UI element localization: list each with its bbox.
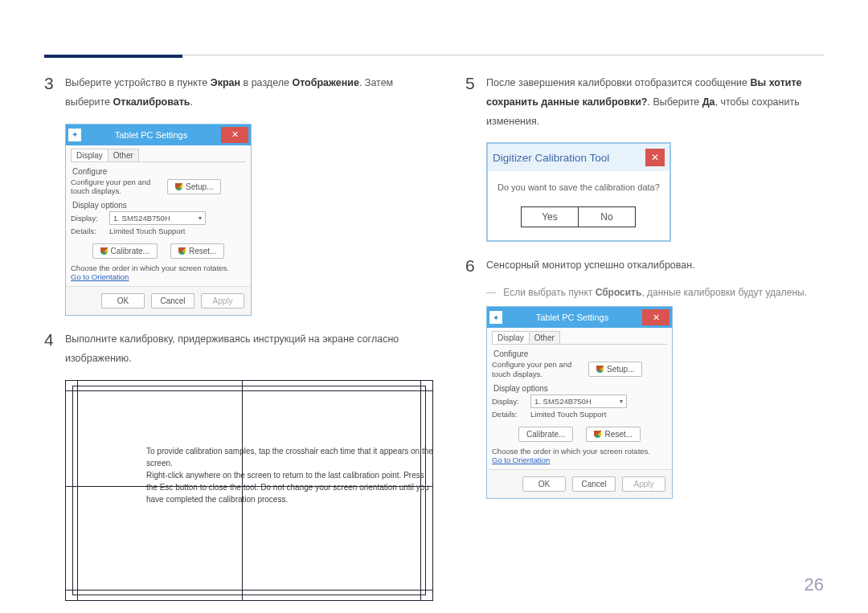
digitizer-dialog: Digitizer Calibration Tool ✕ Do you want… xyxy=(486,142,671,242)
reset-note: Если выбрать пункт Сбросить, данные кали… xyxy=(486,287,824,298)
tabs: Display Other xyxy=(71,149,246,162)
setup-button[interactable]: Setup... xyxy=(167,179,221,194)
calibrate-button[interactable]: Calibrate... xyxy=(518,427,573,442)
reset-button[interactable]: Reset... xyxy=(170,243,224,259)
figure-calibration-screen: To provide calibration samples, tap the … xyxy=(65,380,433,601)
content-columns: 3 Выберите устройство в пункте Экран в р… xyxy=(44,74,824,573)
window-footer: OK Cancel Apply xyxy=(487,469,672,498)
close-icon[interactable]: ✕ xyxy=(221,127,248,143)
calibration-canvas: To provide calibration samples, tap the … xyxy=(65,380,433,601)
tabs: Display Other xyxy=(492,331,667,345)
ok-button[interactable]: OK xyxy=(101,293,145,309)
btn-label: Reset... xyxy=(189,247,216,255)
shield-icon xyxy=(100,247,108,255)
close-icon[interactable]: ✕ xyxy=(645,149,665,166)
select-value: 1. SMS24B750H xyxy=(113,214,170,223)
t: . xyxy=(190,96,193,108)
go-orientation-link[interactable]: Go to Orientation xyxy=(492,456,550,464)
dialog-title: Digitizer Calibration Tool xyxy=(493,152,645,164)
window-title: Tablet PC Settings xyxy=(502,313,642,322)
window-body: Display Other Configure Configure your p… xyxy=(487,328,672,469)
figure-tablet-settings-1: ✦ Tablet PC Settings ✕ Display Other Con… xyxy=(65,124,433,317)
display-select[interactable]: 1. SMS24B750H▾ xyxy=(530,394,627,408)
window-body: Display Other Configure Configure your p… xyxy=(66,145,251,287)
configure-desc: Configure your pen and touch displays. xyxy=(71,178,167,197)
figure-tablet-settings-2: ✦ Tablet PC Settings ✕ Display Other Con… xyxy=(486,306,824,499)
display-options-heading: Display options xyxy=(493,384,667,393)
ok-button[interactable]: OK xyxy=(522,476,566,492)
display-label: Display: xyxy=(492,397,530,406)
tab-display[interactable]: Display xyxy=(492,331,530,344)
grid-line xyxy=(77,381,78,600)
dialog-body: Do you want to save the calibration data… xyxy=(488,171,669,206)
t: Если выбрать пункт xyxy=(503,287,595,298)
btn-label: Calibrate... xyxy=(526,430,565,439)
t: Выберите устройство в пункте xyxy=(65,77,211,88)
step-number: 6 xyxy=(465,256,486,276)
t: , данные калибровки будут удалены. xyxy=(641,287,807,298)
tab-display[interactable]: Display xyxy=(71,149,108,161)
apply-button[interactable]: Apply xyxy=(622,476,665,492)
b: Экран xyxy=(211,77,240,88)
figure-digitizer-dialog: Digitizer Calibration Tool ✕ Do you want… xyxy=(486,142,824,242)
tab-other[interactable]: Other xyxy=(529,331,560,344)
apply-button[interactable]: Apply xyxy=(201,293,244,309)
step-4: 4 Выполните калибровку, придерживаясь ин… xyxy=(44,330,433,369)
t: в разделе xyxy=(240,77,292,88)
cancel-button[interactable]: Cancel xyxy=(572,476,616,492)
reset-button[interactable]: Reset... xyxy=(586,427,640,442)
step-5: 5 После завершения калибровки отобразитс… xyxy=(465,74,824,131)
display-select[interactable]: 1. SMS24B750H▾ xyxy=(109,211,206,225)
right-column: 5 После завершения калибровки отобразитс… xyxy=(465,74,824,573)
t: . Выберите xyxy=(648,96,702,108)
calibrate-button[interactable]: Calibrate... xyxy=(92,243,158,259)
b: Да xyxy=(702,96,715,108)
window-footer: OK Cancel Apply xyxy=(66,286,251,315)
action-buttons: Calibrate... Reset... xyxy=(71,243,246,259)
chevron-down-icon: ▾ xyxy=(620,398,623,405)
details-value: Limited Touch Support xyxy=(109,227,185,235)
btn-label: Reset... xyxy=(604,430,632,439)
details-label: Details: xyxy=(492,410,530,419)
select-value: 1. SMS24B750H xyxy=(534,397,592,406)
step-number: 3 xyxy=(44,74,65,112)
calibration-instructions: To provide calibration samples, tap the … xyxy=(146,445,436,505)
configure-heading: Configure xyxy=(493,349,667,358)
cancel-button[interactable]: Cancel xyxy=(151,293,194,309)
no-button[interactable]: No xyxy=(578,206,636,227)
left-column: 3 Выберите устройство в пункте Экран в р… xyxy=(44,74,433,573)
b: Oткалибровать xyxy=(113,96,190,108)
display-label: Display: xyxy=(71,214,109,223)
row-configure: Configure your pen and touch displays. S… xyxy=(492,360,667,379)
app-icon: ✦ xyxy=(489,311,502,324)
page-number: 26 xyxy=(805,574,824,595)
setup-button[interactable]: Setup... xyxy=(588,362,642,377)
b: Oтображение xyxy=(292,77,358,88)
step-text: Выберите устройство в пункте Экран в раз… xyxy=(65,74,433,112)
details-label: Details: xyxy=(71,227,109,235)
window-titlebar: ✦ Tablet PC Settings ✕ xyxy=(66,125,251,145)
t: После завершения калибровки отобразится … xyxy=(486,77,751,88)
window-title: Tablet PC Settings xyxy=(81,130,221,140)
row-details: Details: Limited Touch Support xyxy=(71,227,246,235)
shield-icon xyxy=(178,247,186,255)
tab-other[interactable]: Other xyxy=(108,149,139,161)
page-accent-rule xyxy=(44,55,182,58)
grid-line xyxy=(66,390,432,391)
step-text: Сенсорный монитор успешно откалиброван. xyxy=(486,256,695,276)
dialog-titlebar: Digitizer Calibration Tool ✕ xyxy=(488,144,669,171)
details-value: Limited Touch Support xyxy=(530,410,606,419)
step-number: 4 xyxy=(44,330,65,369)
step-6: 6 Сенсорный монитор успешно откалиброван… xyxy=(465,256,824,276)
grid-line xyxy=(66,590,432,591)
rotate-note: Choose the order in which your screen ro… xyxy=(71,264,246,272)
yes-button[interactable]: Yes xyxy=(521,206,579,227)
dialog-buttons: Yes No xyxy=(488,206,669,240)
step-text: После завершения калибровки отобразится … xyxy=(486,74,824,131)
configure-heading: Configure xyxy=(72,167,246,176)
b: Сбросить xyxy=(596,287,642,298)
row-display: Display: 1. SMS24B750H▾ xyxy=(492,394,667,408)
configure-desc: Configure your pen and touch displays. xyxy=(492,360,588,379)
close-icon[interactable]: ✕ xyxy=(642,309,669,325)
go-orientation-link[interactable]: Go to Orientation xyxy=(71,272,129,281)
